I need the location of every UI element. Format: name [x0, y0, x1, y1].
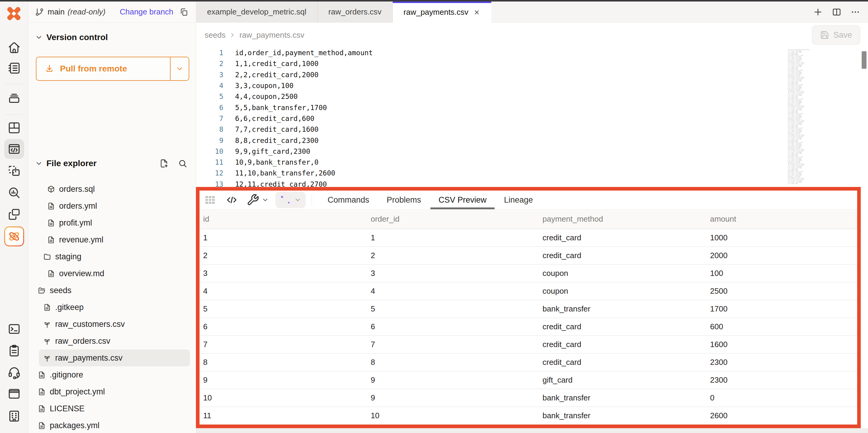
file-item-raw_customers.csv[interactable]: raw_customers.csv — [39, 316, 190, 333]
file-item-profit.yml[interactable]: profit.yml — [43, 214, 190, 231]
file-item-.gitkeep[interactable]: .gitkeep — [39, 299, 190, 316]
file-item-staging[interactable]: staging — [39, 248, 190, 265]
panel-tab-Problems[interactable]: Problems — [387, 191, 421, 209]
results-table-button[interactable] — [204, 194, 216, 206]
file-item-orders.sql[interactable]: orders.sql — [43, 181, 190, 198]
activity-bar — [0, 1, 28, 433]
table-row[interactable]: 88credit_card2300 — [199, 354, 857, 372]
file-item-packages.yml[interactable]: packages.yml — [33, 417, 190, 433]
activity-layers-button[interactable] — [4, 88, 24, 108]
pull-from-remote-main[interactable]: Pull from remote — [36, 57, 170, 80]
wrench-icon — [247, 194, 259, 206]
code-line-7[interactable]: 76,6,credit_card,600 — [196, 113, 868, 124]
activity-browser-button[interactable] — [4, 384, 24, 404]
breadcrumb-file[interactable]: raw_payments.csv — [239, 30, 304, 40]
code-line-8[interactable]: 87,7,credit_card,1600 — [196, 124, 868, 135]
file-item-orders.yml[interactable]: orders.yml — [43, 198, 190, 214]
code-line-3[interactable]: 32,2,credit_card,2000 — [196, 69, 868, 80]
code-line-5[interactable]: 54,4,coupon,2500 — [196, 91, 868, 102]
line-text: 11,10,bank_transfer,2600 — [223, 169, 335, 177]
panel-tab-label: Lineage — [504, 195, 533, 205]
activity-overlap-windows-button[interactable] — [4, 204, 24, 224]
ai-assist-dropdown[interactable] — [294, 196, 301, 204]
ai-assist-button[interactable] — [276, 192, 306, 208]
file-explorer-header[interactable]: File explorer — [35, 158, 187, 168]
line-text: 6,6,credit_card,600 — [223, 115, 314, 122]
code-line-6[interactable]: 65,5,bank_transfer,1700 — [196, 102, 868, 113]
table-row[interactable]: 1110bank_transfer2600 — [199, 407, 857, 425]
file-item-dbt_project.yml[interactable]: dbt_project.yml — [33, 383, 190, 400]
file-item-seeds[interactable]: seeds — [33, 282, 190, 299]
panel-tab-CSV Preview[interactable]: CSV Preview — [438, 191, 487, 209]
dashboard-icon — [7, 121, 21, 135]
pull-from-remote-button[interactable]: Pull from remote — [36, 57, 189, 81]
table-row[interactable]: 11credit_card1000 — [199, 229, 857, 247]
column-header-amount: amount — [707, 214, 857, 224]
activity-dashboard-button[interactable] — [4, 118, 24, 138]
table-row[interactable]: 66credit_card600 — [199, 318, 857, 336]
table-cell: bank_transfer — [539, 393, 707, 403]
minimap[interactable]: id,order_id,payment_method,amount 1,1,cr… — [788, 49, 809, 185]
table-row[interactable]: 33coupon100 — [199, 265, 857, 283]
copy-branch-button[interactable] — [179, 7, 188, 17]
pull-options-dropdown[interactable] — [170, 57, 189, 80]
more-options-icon[interactable] — [850, 7, 860, 17]
line-number: 7 — [196, 115, 223, 122]
code-line-9[interactable]: 98,8,credit_card,2300 — [196, 135, 868, 146]
file-item-revenue.yml[interactable]: revenue.yml — [43, 231, 190, 248]
code-line-1[interactable]: 1id,order_id,payment_method,amount — [196, 47, 868, 58]
editor-tab-raw_orders.csv[interactable]: raw_orders.csv — [318, 1, 393, 22]
activity-building-button[interactable] — [4, 406, 24, 426]
file-label: raw_orders.csv — [55, 337, 110, 346]
code-line-2[interactable]: 21,1,credit_card,1000 — [196, 58, 868, 69]
editor-tab-example_develop_metric.sql[interactable]: example_develop_metric.sql — [196, 1, 318, 22]
table-row[interactable]: 77credit_card1600 — [199, 336, 857, 354]
file-item-raw_payments.csv[interactable]: raw_payments.csv — [39, 349, 190, 366]
table-row[interactable]: 44coupon2500 — [199, 283, 857, 300]
code-line-11[interactable]: 1110,9,bank_transfer,0 — [196, 157, 868, 168]
file-item-raw_orders.csv[interactable]: raw_orders.csv — [39, 333, 190, 349]
code-line-10[interactable]: 109,9,gift_card,2300 — [196, 146, 868, 157]
table-row[interactable]: 109bank_transfer0 — [199, 389, 857, 407]
code-line-12[interactable]: 1211,10,bank_transfer,2600 — [196, 168, 868, 178]
activity-atom-ai-button[interactable] — [4, 227, 24, 247]
editor-tab-raw_payments.csv[interactable]: raw_payments.csv — [393, 1, 491, 23]
editor-scrollbar[interactable] — [862, 51, 867, 69]
activity-clipboard-button[interactable] — [4, 341, 24, 360]
new-tab-icon[interactable] — [813, 7, 823, 17]
build-button[interactable] — [247, 194, 259, 206]
activity-terminal-button[interactable] — [4, 319, 24, 339]
close-tab-button[interactable] — [473, 9, 480, 16]
file-item-.gitignore[interactable]: .gitignore — [33, 366, 190, 383]
table-cell: 6 — [199, 322, 367, 331]
code-editor[interactable]: 1id,order_id,payment_method,amount21,1,c… — [196, 47, 868, 187]
change-branch-link[interactable]: Change branch — [120, 7, 173, 17]
activity-notebook-button[interactable] — [4, 58, 24, 78]
table-row[interactable]: 55bank_transfer1700 — [199, 300, 857, 318]
file-label: dbt_project.yml — [50, 387, 105, 397]
code-line-13[interactable]: 1312,11,credit_card,2700 — [196, 179, 868, 187]
activity-code-window-button[interactable] — [4, 139, 24, 159]
compiled-code-button[interactable] — [225, 194, 238, 206]
panel-tab-Commands[interactable]: Commands — [328, 191, 369, 209]
version-control-header[interactable]: Version control — [35, 33, 108, 42]
file-item-LICENSE[interactable]: LICENSE — [33, 400, 190, 417]
search-icon[interactable] — [178, 158, 187, 168]
line-number: 13 — [196, 180, 223, 187]
code-line-4[interactable]: 43,3,coupon,100 — [196, 80, 868, 91]
activity-headset-button[interactable] — [4, 362, 24, 382]
panel-tab-Lineage[interactable]: Lineage — [504, 191, 533, 209]
activity-home-button[interactable] — [4, 38, 24, 58]
build-options-dropdown[interactable] — [261, 196, 269, 204]
new-file-icon[interactable] — [159, 158, 169, 168]
notebook-icon — [7, 61, 21, 75]
breadcrumb-root[interactable]: seeds — [205, 30, 225, 40]
file-item-overview.md[interactable]: overview.md — [43, 265, 190, 282]
activity-frame-select-button[interactable] — [4, 161, 24, 181]
table-row[interactable]: 22credit_card2000 — [199, 247, 857, 265]
table-row[interactable]: 99gift_card2300 — [199, 372, 857, 389]
split-editor-icon[interactable] — [832, 7, 841, 17]
panel-tab-label: CSV Preview — [438, 195, 487, 205]
save-button[interactable]: Save — [812, 25, 860, 45]
activity-search-chart-button[interactable] — [4, 183, 24, 203]
